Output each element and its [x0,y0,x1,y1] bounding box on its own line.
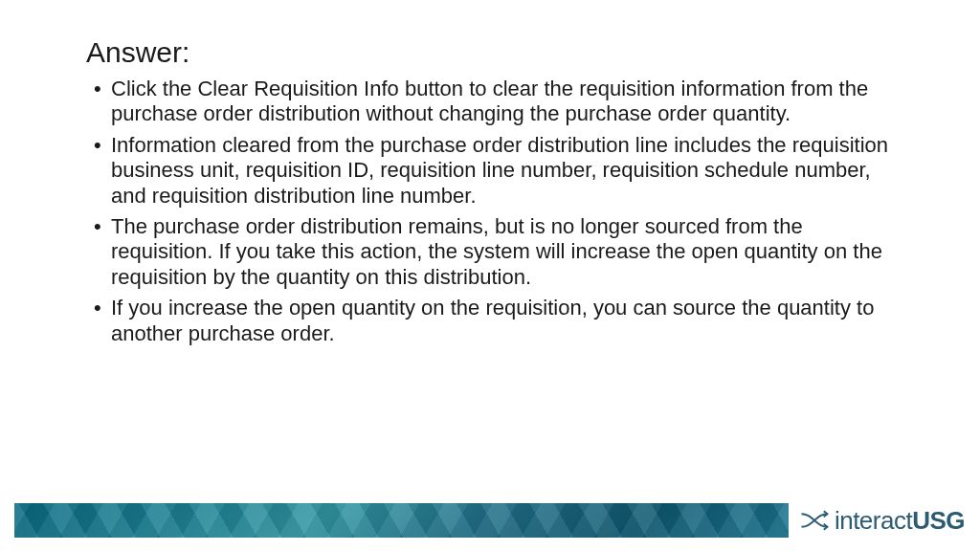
bullet-item: Click the Clear Requisition Info button … [94,77,894,127]
logo-suffix: USG [912,506,965,535]
answer-bullet-list: Click the Clear Requisition Info button … [86,77,894,346]
bullet-item: If you increase the open quantity on the… [94,296,894,346]
logo-prefix: interact [835,506,912,535]
interact-crossing-icon [800,508,829,533]
footer-logo: interactUSG [789,506,980,536]
footer-pattern [14,503,789,538]
slide-title: Answer: [86,36,894,69]
footer-logo-text: interactUSG [835,506,965,536]
slide-content: Answer: Click the Clear Requisition Info… [0,0,980,346]
bullet-item: The purchase order distribution remains,… [94,214,894,290]
slide-footer: interactUSG [0,501,980,540]
bullet-item: Information cleared from the purchase or… [94,133,894,209]
